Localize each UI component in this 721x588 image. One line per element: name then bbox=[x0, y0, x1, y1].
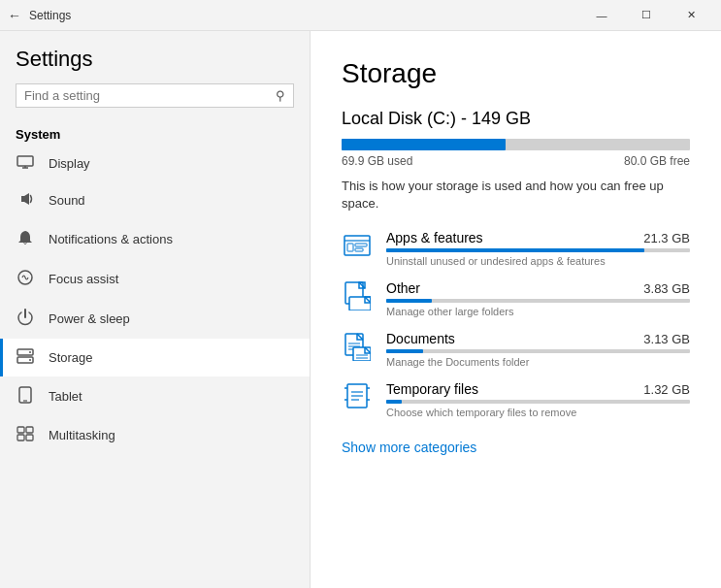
apps-bar-track bbox=[386, 248, 690, 252]
storage-description: This is how your storage is used and how… bbox=[342, 178, 690, 212]
temp-body: Temporary files 1.32 GB Choose which tem… bbox=[386, 381, 690, 418]
apps-body: Apps & features 21.3 GB Uninstall unused… bbox=[386, 230, 690, 267]
documents-body: Documents 3.13 GB Manage the Documents f… bbox=[386, 331, 690, 368]
other-bar-fill bbox=[386, 299, 432, 303]
other-body: Other 3.83 GB Manage other large folders bbox=[386, 280, 690, 317]
storage-labels: 69.9 GB used 80.0 GB free bbox=[342, 154, 690, 168]
storage-label: Storage bbox=[49, 350, 93, 365]
minimize-button[interactable]: — bbox=[579, 0, 624, 31]
documents-header: Documents 3.13 GB bbox=[386, 331, 690, 346]
title-bar-left: ← Settings bbox=[8, 8, 71, 23]
app-body: Settings ⚲ System Display bbox=[0, 31, 721, 588]
temp-icon bbox=[342, 381, 373, 412]
focus-label: Focus assist bbox=[49, 272, 118, 286]
title-bar-controls: — ☐ ✕ bbox=[579, 0, 713, 31]
apps-name[interactable]: Apps & features bbox=[386, 230, 483, 245]
sidebar-item-focus[interactable]: Focus assist bbox=[0, 259, 310, 299]
apps-sub: Uninstall unused or undesired apps & fea… bbox=[386, 255, 690, 267]
sidebar-item-storage[interactable]: Storage bbox=[0, 339, 310, 376]
svg-rect-14 bbox=[26, 435, 33, 441]
sidebar-item-notifications[interactable]: Notifications & actions bbox=[0, 219, 310, 259]
svg-point-8 bbox=[29, 359, 31, 361]
apps-icon bbox=[342, 230, 373, 261]
power-icon bbox=[16, 309, 35, 329]
storage-item-temp: Temporary files 1.32 GB Choose which tem… bbox=[342, 381, 690, 418]
other-icon bbox=[342, 280, 373, 311]
search-icon: ⚲ bbox=[276, 88, 285, 103]
sound-label: Sound bbox=[49, 193, 85, 208]
temp-bar-fill bbox=[386, 400, 402, 404]
close-button[interactable]: ✕ bbox=[669, 0, 713, 31]
sidebar-item-tablet[interactable]: Tablet bbox=[0, 376, 310, 416]
title-bar: ← Settings — ☐ ✕ bbox=[0, 0, 721, 31]
multitasking-icon bbox=[16, 426, 35, 444]
sound-icon bbox=[16, 191, 35, 210]
used-label: 69.9 GB used bbox=[342, 154, 412, 168]
maximize-button[interactable]: ☐ bbox=[624, 0, 669, 31]
storage-item-other: Other 3.83 GB Manage other large folders bbox=[342, 280, 690, 317]
documents-sub: Manage the Documents folder bbox=[386, 356, 690, 368]
other-header: Other 3.83 GB bbox=[386, 280, 690, 296]
other-size: 3.83 GB bbox=[643, 281, 690, 296]
sidebar-item-display[interactable]: Display bbox=[0, 146, 310, 181]
sidebar-item-power[interactable]: Power & sleep bbox=[0, 299, 310, 339]
free-label: 80.0 GB free bbox=[624, 154, 690, 168]
multitasking-label: Multitasking bbox=[49, 428, 115, 442]
content-area: Storage Local Disk (C:) - 149 GB 69.9 GB… bbox=[311, 31, 721, 588]
svg-rect-13 bbox=[17, 435, 24, 441]
temp-header: Temporary files 1.32 GB bbox=[386, 381, 690, 397]
apps-header: Apps & features 21.3 GB bbox=[386, 230, 690, 245]
svg-point-7 bbox=[29, 351, 31, 353]
documents-icon bbox=[342, 331, 373, 362]
other-sub: Manage other large folders bbox=[386, 306, 690, 317]
sidebar-header: Settings ⚲ bbox=[0, 31, 310, 115]
notifications-icon bbox=[16, 229, 35, 249]
svg-rect-28 bbox=[353, 347, 371, 361]
temp-name[interactable]: Temporary files bbox=[386, 381, 478, 397]
temp-bar-track bbox=[386, 400, 690, 404]
svg-rect-11 bbox=[17, 427, 24, 433]
notifications-label: Notifications & actions bbox=[49, 232, 173, 246]
documents-name[interactable]: Documents bbox=[386, 331, 455, 346]
svg-rect-0 bbox=[17, 156, 33, 166]
sidebar-section-label: System bbox=[0, 115, 310, 146]
sidebar-item-sound[interactable]: Sound bbox=[0, 181, 310, 219]
svg-marker-3 bbox=[21, 193, 29, 205]
apps-size: 21.3 GB bbox=[643, 231, 690, 245]
apps-bar-fill bbox=[386, 248, 644, 252]
title-bar-title: Settings bbox=[29, 9, 71, 22]
page-title: Storage bbox=[342, 58, 690, 89]
temp-size: 1.32 GB bbox=[643, 382, 690, 397]
tablet-label: Tablet bbox=[49, 389, 82, 404]
svg-rect-18 bbox=[355, 244, 367, 246]
show-more-link[interactable]: Show more categories bbox=[342, 440, 476, 455]
sidebar-title: Settings bbox=[16, 47, 294, 72]
focus-icon bbox=[16, 269, 35, 289]
other-bar-track bbox=[386, 299, 690, 303]
storage-item-apps: Apps & features 21.3 GB Uninstall unused… bbox=[342, 230, 690, 267]
documents-bar-fill bbox=[386, 349, 423, 353]
storage-item-documents: Documents 3.13 GB Manage the Documents f… bbox=[342, 331, 690, 368]
back-arrow-icon[interactable]: ← bbox=[8, 8, 21, 23]
svg-rect-17 bbox=[347, 244, 353, 251]
temp-sub: Choose which temporary files to remove bbox=[386, 407, 690, 418]
power-label: Power & sleep bbox=[49, 311, 130, 326]
search-input[interactable] bbox=[24, 88, 270, 103]
other-name[interactable]: Other bbox=[386, 280, 420, 296]
storage-icon bbox=[16, 348, 35, 367]
storage-bar-track bbox=[342, 139, 690, 150]
svg-rect-12 bbox=[26, 427, 33, 433]
documents-bar-track bbox=[386, 349, 690, 353]
svg-rect-15 bbox=[344, 236, 370, 255]
svg-rect-19 bbox=[355, 248, 363, 251]
storage-bar-fill bbox=[342, 139, 506, 150]
documents-size: 3.13 GB bbox=[643, 332, 690, 346]
storage-items-list: Apps & features 21.3 GB Uninstall unused… bbox=[342, 230, 690, 418]
display-icon bbox=[16, 155, 35, 172]
display-label: Display bbox=[49, 156, 90, 171]
sidebar: Settings ⚲ System Display bbox=[0, 31, 311, 588]
search-box[interactable]: ⚲ bbox=[16, 83, 294, 108]
disk-title: Local Disk (C:) - 149 GB bbox=[342, 109, 690, 129]
sidebar-item-multitasking[interactable]: Multitasking bbox=[0, 416, 310, 454]
tablet-icon bbox=[16, 386, 35, 407]
